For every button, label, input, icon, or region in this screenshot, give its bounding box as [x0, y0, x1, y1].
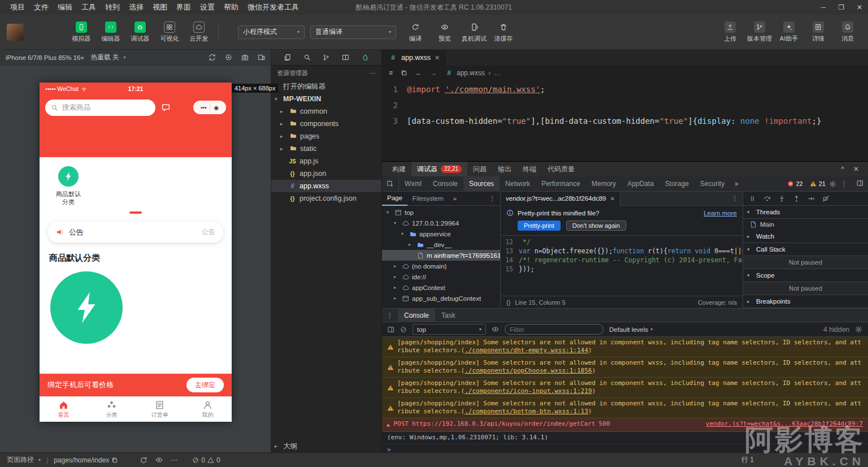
hot-reload-toggle[interactable]: 热重载 关▾ [91, 53, 125, 62]
more-tabs-icon[interactable]: » [730, 180, 743, 188]
menu-item[interactable]: 转到 [101, 2, 124, 12]
search-icon[interactable] [303, 54, 311, 61]
open-editors-row[interactable]: ▸打开的编辑器 [271, 80, 381, 93]
outline-row[interactable]: ▸大纲 [271, 440, 381, 452]
devtools-tab-memory[interactable]: Memory [586, 176, 622, 192]
chat-bubble-icon[interactable] [161, 103, 171, 113]
source-tree-item-127-0-0-1-29964[interactable]: ▾127.0.0.1:29964 [382, 218, 500, 228]
source-file-link[interactable]: ./components/popChoose.wxss:1:1856 [465, 367, 592, 374]
source-file-link[interactable]: ./components/icon-input.wxss:1:219 [465, 387, 592, 395]
warning-count[interactable]: 21 [810, 180, 826, 187]
menu-item[interactable]: 选择 [124, 2, 148, 12]
version-button[interactable]: 版本管理 [746, 21, 773, 43]
menu-item[interactable]: 工具 [77, 2, 101, 12]
error-source-link[interactable]: vendor.js?t=wechat&s...63aac28b1f264dc89… [706, 420, 863, 429]
bind-phone-button[interactable]: 去绑定 [186, 378, 224, 392]
devtools-tab-sources[interactable]: Sources [463, 176, 500, 192]
sidebar-section-breakpoints[interactable]: ▸Breakpoints [743, 295, 868, 308]
code-area[interactable]: 1@import './common/main.wxss';23[data-cu… [382, 80, 868, 161]
compile-button[interactable]: 编译 [402, 21, 429, 43]
panel-tab-debugger[interactable]: 调试器22,21 [411, 162, 467, 176]
tree-item-static[interactable]: ▸static [271, 142, 381, 155]
devtools-tab-performance[interactable]: Performance [536, 176, 586, 192]
dock-side-icon[interactable] [852, 180, 868, 188]
close-icon[interactable]: ✕ [610, 196, 614, 202]
tree-item-pages[interactable]: ▸pages [271, 130, 381, 142]
live-expression-icon[interactable] [492, 326, 499, 333]
devtools-tab-security[interactable]: Security [695, 176, 730, 192]
user-avatar[interactable] [7, 24, 24, 41]
pause-icon[interactable] [749, 195, 756, 202]
step-icon[interactable] [808, 195, 815, 202]
more-icon[interactable]: ••• [201, 105, 207, 111]
sources-code-area[interactable]: 12 */13var n=Object.freeze({});function … [501, 236, 743, 296]
category-item[interactable]: 商品默认分类 [51, 166, 85, 206]
tree-item-app-json[interactable]: {}app.json [271, 167, 381, 180]
more-icon[interactable]: ⋯ [171, 456, 177, 464]
more-tabs-icon[interactable]: » [449, 195, 461, 202]
clear-console-icon[interactable] [400, 326, 407, 333]
console-tab-console[interactable]: Console [398, 309, 435, 322]
tree-item-app-wxss[interactable]: #app.wxss [271, 180, 381, 192]
sidebar-section-threads[interactable]: ▾Threads [743, 206, 868, 219]
problems-indicator[interactable]: 0 0 [192, 456, 220, 464]
visual-button[interactable]: 可视化 [156, 21, 183, 43]
source-tree-item-appcontext[interactable]: ▸appContext [382, 282, 500, 293]
capsule-menu[interactable]: ••• ◉ [193, 101, 226, 114]
more-icon[interactable]: ⋮ [727, 194, 743, 202]
menu-item[interactable]: 帮助 [219, 2, 243, 12]
panel-tab-build[interactable]: 构建 [387, 162, 411, 176]
context-select[interactable]: top▾ [413, 324, 486, 335]
console-filter-input[interactable] [505, 324, 604, 335]
tabbar-item-category[interactable]: 分类 [88, 397, 136, 422]
bookmark-icon[interactable] [401, 70, 407, 76]
braces-icon[interactable]: {} [506, 299, 510, 306]
breadcrumb[interactable]: # app.wxss › … [445, 69, 501, 77]
menu-item[interactable]: 微信开发者工具 [243, 2, 303, 12]
devtools-tab-wxml[interactable]: Wxml [399, 176, 427, 192]
source-file-link[interactable]: ./components/bottom-btn.wxss:1:13 [465, 408, 588, 415]
deactivate-breakpoints-icon[interactable] [822, 195, 830, 202]
compile-icon[interactable] [140, 456, 147, 464]
search-input[interactable]: 搜索商品 [45, 100, 155, 116]
source-tree-item-top[interactable]: ▾top [382, 207, 500, 218]
page-path-selector[interactable]: 页面路径▾ [7, 455, 41, 465]
menu-item[interactable]: 界面 [172, 2, 196, 12]
sidebar-section-scope[interactable]: ▾Scope [743, 269, 868, 282]
project-root-row[interactable]: ▾MP-WEIXIN [271, 93, 381, 105]
dont-show-again-button[interactable]: Don't show again [566, 220, 626, 231]
tabbar-item-order[interactable]: 订货单 [136, 397, 184, 422]
error-count[interactable]: 22 [787, 180, 803, 187]
log-levels-select[interactable]: Default levels▾ [609, 326, 653, 333]
exit-icon[interactable]: ◉ [214, 105, 219, 111]
console-tab-task[interactable]: Task [435, 309, 462, 322]
source-tree-item-ide[interactable]: ▸ide:// [382, 271, 500, 282]
source-tree-item-appservice[interactable]: ▾appservice [382, 228, 500, 239]
tree-item-app-js[interactable]: JSapp.js [271, 155, 381, 167]
devtools-tab-network[interactable]: Network [500, 176, 536, 192]
upload-button[interactable]: 上传 [717, 21, 744, 43]
expand-icon[interactable]: ▶ [387, 421, 390, 429]
step-out-icon[interactable] [793, 195, 800, 202]
back-icon[interactable]: ← [415, 69, 422, 77]
step-over-icon[interactable] [763, 195, 771, 202]
drop-icon[interactable] [362, 54, 369, 61]
pretty-print-button[interactable]: Pretty-print [518, 220, 561, 231]
close-button[interactable]: ✕ [857, 3, 862, 11]
thread-item-main[interactable]: Main [743, 219, 868, 230]
editor-button[interactable]: 编辑器 [97, 21, 124, 43]
clear-button[interactable]: 清缓存 [490, 21, 517, 43]
devtools-tab-console[interactable]: Console [427, 176, 463, 192]
debugger-button[interactable]: 调试器 [127, 21, 154, 43]
maximize-button[interactable]: ❐ [838, 3, 844, 11]
panel-tab-terminal[interactable]: 终端 [517, 162, 542, 176]
kebab-menu-icon[interactable]: ⋮ [485, 194, 501, 202]
message-button[interactable]: 消息 [834, 21, 861, 43]
source-tree-item-m-ainframe-t-17699516177[interactable]: m ainframe?t=17699516177 [382, 250, 500, 261]
file-tab-vendor-js[interactable]: vendor.js?t=wec...ac28b1f264dc89 ✕ [501, 192, 620, 206]
menu-item[interactable]: 视图 [148, 2, 172, 12]
device-select[interactable]: iPhone 6/7/8 Plus 85% 16+ [6, 54, 84, 61]
hidden-count[interactable]: 4 hidden [823, 326, 849, 334]
kebab-menu-icon[interactable]: ⋮ [836, 180, 852, 188]
source-file-link[interactable]: ./components/dht-empty.wxss:1:144 [465, 347, 588, 354]
